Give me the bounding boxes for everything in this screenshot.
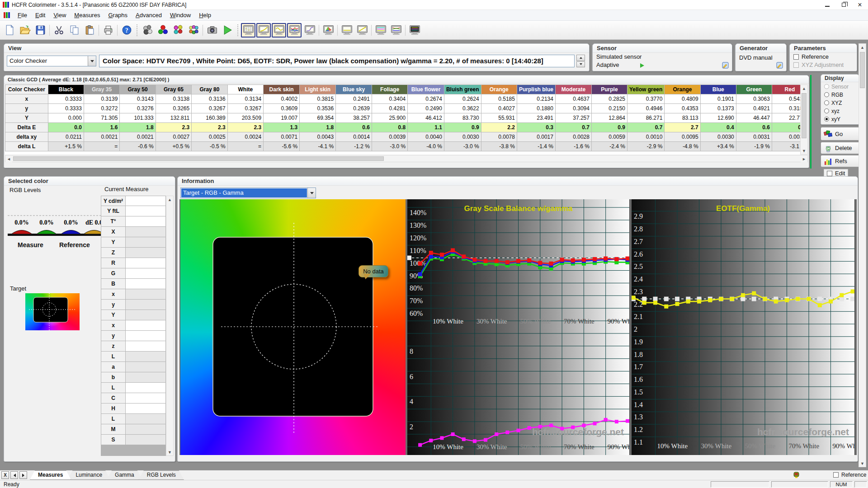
measure-row-value[interactable]	[126, 362, 166, 372]
column-header-blue-sky[interactable]: Blue sky	[336, 85, 372, 94]
measure-row-value[interactable]	[126, 227, 166, 237]
measure-secondaries-button[interactable]	[171, 23, 185, 38]
view-saturation-button[interactable]	[389, 23, 403, 38]
column-header-blue[interactable]: Blue	[700, 85, 736, 94]
scroll-down-icon[interactable]: ▼	[859, 460, 866, 467]
grid-cell[interactable]: 0.3265	[156, 104, 191, 113]
delete-button[interactable]: Delete	[821, 142, 862, 154]
scroll-down-icon[interactable]: ▼	[801, 147, 807, 154]
measure-row-value[interactable]	[126, 404, 166, 414]
grid-cell[interactable]: 0.4809	[665, 94, 700, 104]
grid-cell[interactable]: 0.2490	[408, 104, 444, 113]
grid-cell[interactable]: 0.0030	[700, 132, 736, 142]
display-option-rgb[interactable]: RGB	[821, 90, 859, 99]
grid-cell[interactable]: 0.2134	[517, 94, 555, 104]
grid-cell[interactable]: 37.257	[555, 113, 591, 123]
column-header-purplish-blue[interactable]: Purplish blue	[517, 85, 555, 94]
column-header-purple[interactable]: Purple	[591, 85, 627, 94]
chevron-down-icon[interactable]	[88, 56, 96, 66]
grid-cell[interactable]: -3.0 %	[372, 142, 407, 151]
menu-help[interactable]: Help	[195, 10, 215, 20]
grid-cell[interactable]: -3.0 %	[444, 142, 481, 151]
column-header-bluish-green[interactable]: Bluish green	[444, 85, 481, 94]
grid-cell[interactable]: 0.3	[517, 123, 555, 132]
measure-vertical-scrollbar[interactable]: ▲ ▼	[166, 196, 174, 456]
grid-cell[interactable]: 101.333	[120, 113, 156, 123]
grid-cell[interactable]: 0.0025	[192, 132, 227, 142]
grid-cell[interactable]: -5.6 %	[264, 142, 300, 151]
help-about-button[interactable]: ?	[119, 23, 134, 38]
menu-advanced[interactable]: Advanced	[132, 10, 166, 20]
grid-cell[interactable]: 0.2624	[444, 94, 481, 104]
grid-cell[interactable]: 86.271	[627, 113, 664, 123]
grid-cell[interactable]: 0.3134	[227, 94, 263, 104]
sensor-config-icon[interactable]	[722, 61, 730, 70]
measure-spinner[interactable]	[576, 55, 585, 67]
column-header-green[interactable]: Green	[736, 85, 772, 94]
grid-cell[interactable]: -3.8 %	[481, 142, 517, 151]
display-option-xyz[interactable]: xyz	[821, 107, 859, 115]
capture-button[interactable]	[205, 23, 219, 38]
grid-cell[interactable]: 83.730	[444, 113, 481, 123]
close-button[interactable]: ×	[852, 0, 868, 10]
measure-row-value[interactable]	[126, 320, 166, 331]
grid-cell[interactable]: 0.9	[591, 123, 627, 132]
scroll-up-icon[interactable]: ▲	[859, 44, 866, 51]
measure-row-value[interactable]	[126, 393, 166, 404]
view-rgb-balance-button[interactable]	[287, 23, 302, 38]
menu-file[interactable]: File	[14, 10, 31, 20]
tab-rgb-levels[interactable]: RGB Levels	[139, 470, 184, 480]
grid-cell[interactable]: 12.690	[700, 113, 736, 123]
measure-row-value[interactable]	[126, 435, 166, 445]
generator-config-icon[interactable]	[776, 61, 784, 70]
reference-checkbox[interactable]: Reference	[793, 53, 829, 60]
grid-cell[interactable]: 0.0014	[336, 132, 372, 142]
view-free-measures-button[interactable]	[407, 23, 422, 38]
column-header-moderate[interactable]: Moderate	[555, 85, 591, 94]
grid-cell[interactable]: 0.6	[736, 123, 772, 132]
grid-cell[interactable]: 0.2639	[336, 104, 372, 113]
grid-cell[interactable]: 0.3063	[736, 94, 772, 104]
grid-cell[interactable]: 0.6	[336, 123, 372, 132]
menu-graphs[interactable]: Graphs	[104, 10, 132, 20]
grid-cell[interactable]: 0.3770	[627, 94, 664, 104]
menu-measures[interactable]: Measures	[70, 10, 104, 20]
measure-primaries-button[interactable]	[156, 23, 170, 38]
column-header-gray-80[interactable]: Gray 80	[192, 85, 227, 94]
grid-cell[interactable]: 0.4	[700, 123, 736, 132]
grid-cell[interactable]: 0.3272	[84, 104, 119, 113]
grid-cell[interactable]: 1.3	[264, 123, 300, 132]
grid-cell[interactable]: 1.8	[300, 123, 336, 132]
menu-window[interactable]: Window	[166, 10, 195, 20]
measure-row-value[interactable]	[126, 248, 166, 258]
tab-measures[interactable]: Measures	[30, 470, 71, 480]
grid-cell[interactable]: 0.2150	[591, 104, 627, 113]
measure-row-value[interactable]	[126, 424, 166, 435]
view-selector[interactable]: Color Checker	[7, 56, 96, 66]
measure-row-value[interactable]	[126, 279, 166, 289]
grid-cell[interactable]: 1.8	[120, 123, 156, 132]
grid-cell[interactable]: -1.9 %	[736, 142, 772, 151]
grid-cell[interactable]: +0.5 %	[156, 142, 191, 151]
grid-cell[interactable]: 2.2	[481, 123, 517, 132]
grid-cell[interactable]: 0.0024	[227, 132, 263, 142]
grid-cell[interactable]: 0.0027	[156, 132, 191, 142]
measure-row-value[interactable]	[126, 216, 166, 227]
print-button[interactable]	[101, 23, 115, 38]
grid-cell[interactable]: 0.3136	[192, 94, 227, 104]
column-header-dark-skin[interactable]: Dark skin	[264, 85, 300, 94]
measure-row-value[interactable]	[126, 196, 166, 206]
column-header-black[interactable]: Black	[48, 85, 84, 94]
display-option-xyz[interactable]: XYZ	[821, 99, 859, 107]
grid-cell[interactable]: 0.1880	[517, 104, 555, 113]
grid-cell[interactable]: 0.3404	[372, 94, 407, 104]
grid-cell[interactable]: -4.8 %	[665, 142, 700, 151]
grid-cell[interactable]: 0.0078	[481, 132, 517, 142]
grid-cell[interactable]: 0.0028	[555, 132, 591, 142]
grid-cell[interactable]: 0.0059	[591, 132, 627, 142]
grid-cell[interactable]: 46.447	[736, 113, 772, 123]
column-header-foliage[interactable]: Foliage	[372, 85, 407, 94]
grid-cell[interactable]: 0.0071	[264, 132, 300, 142]
grid-cell[interactable]: 0.0039	[372, 132, 407, 142]
tab-luminance[interactable]: Luminance	[67, 470, 110, 480]
